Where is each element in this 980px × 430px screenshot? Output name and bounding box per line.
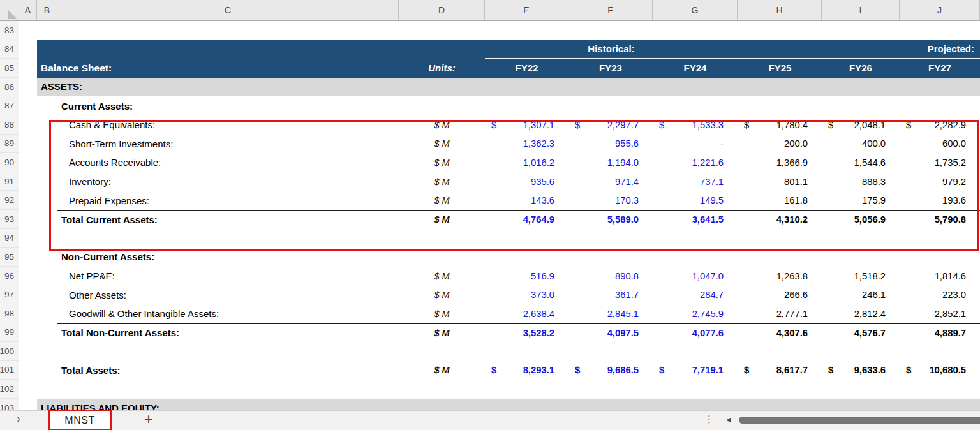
cell-A101-B101[interactable] [19, 361, 57, 380]
cell-F98-value[interactable]: 2,845.1 [568, 304, 653, 323]
row-header-99[interactable]: 99 [0, 323, 19, 343]
cell-G98-value[interactable]: 2,745.9 [653, 304, 738, 323]
cell-H101-value[interactable]: $8,617.7 [738, 361, 822, 380]
cell-D101-units[interactable]: $ M [399, 361, 485, 380]
year-header-FY26[interactable]: FY26 [822, 59, 900, 78]
column-header-F[interactable]: F [568, 0, 653, 20]
cell-D89-units[interactable]: $ M [399, 135, 485, 154]
cell-H88-value[interactable]: $1,780.4 [738, 115, 822, 135]
cell-I92-value[interactable]: 175.9 [822, 191, 900, 210]
scroll-left-arrow-icon[interactable]: ◀ [726, 416, 731, 423]
cell-A95-B95[interactable] [19, 248, 57, 267]
cell-A89-B89[interactable] [19, 135, 57, 154]
row-header-87[interactable]: 87 [0, 96, 19, 115]
cell-A88-B88[interactable] [19, 115, 57, 135]
cell-A83-J83[interactable] [19, 21, 980, 40]
row-header-103[interactable]: 103 [0, 399, 19, 410]
row-header-100[interactable]: 100 [0, 342, 19, 361]
row-header-90[interactable]: 90 [0, 153, 19, 172]
more-options-icon[interactable]: ⋮ [704, 413, 714, 425]
add-sheet-icon[interactable]: + [144, 410, 153, 428]
cell-E92-value[interactable]: 143.6 [485, 191, 568, 210]
cell-E90-value[interactable]: 1,016.2 [485, 153, 568, 172]
cell-C90-label[interactable]: Accounts Receivable: [57, 153, 399, 172]
row-header-86[interactable]: 86 [0, 78, 19, 97]
cell-I90-value[interactable]: 1,544.6 [822, 153, 900, 172]
cell-H89-value[interactable]: 200.0 [738, 135, 822, 154]
cell-D90-units[interactable]: $ M [399, 153, 485, 172]
cell-D92-units[interactable]: $ M [399, 191, 485, 210]
column-header-B[interactable]: B [37, 0, 57, 20]
cell-C92-label[interactable]: Prepaid Expenses: [57, 191, 399, 210]
cell-F91-value[interactable]: 971.4 [568, 172, 653, 191]
row-header-101[interactable]: 101 [0, 361, 19, 380]
cell-F101-value[interactable]: $9,686.5 [568, 361, 653, 380]
units-header[interactable]: Units: [399, 59, 485, 78]
cell-C99-label[interactable]: Total Non-Current Assets: [57, 323, 399, 343]
year-header-FY24[interactable]: FY24 [653, 59, 738, 78]
row-header-83[interactable]: 83 [0, 21, 19, 40]
cell-I96-value[interactable]: 1,518.2 [822, 267, 900, 286]
cell-G91-value[interactable]: 737.1 [653, 172, 738, 191]
cell-I97-value[interactable]: 246.1 [822, 285, 900, 304]
cell-J93-value[interactable]: 5,790.8 [900, 210, 980, 229]
cell-A98-B98[interactable] [19, 304, 57, 323]
cell-C87-label[interactable]: Current Assets: [57, 96, 980, 115]
cell-F97-value[interactable]: 361.7 [568, 285, 653, 304]
cell-F89-value[interactable]: 955.6 [568, 135, 653, 154]
cell-A94-J94[interactable] [19, 229, 980, 248]
cell-J92-value[interactable]: 193.6 [900, 191, 980, 210]
cell-A84[interactable] [19, 40, 37, 59]
year-header-FY27[interactable]: FY27 [900, 59, 980, 78]
cell-D97-units[interactable]: $ M [399, 285, 485, 304]
column-header-I[interactable]: I [822, 0, 900, 20]
cell-C89-label[interactable]: Short-Term Investments: [57, 135, 399, 154]
cell-J101-value[interactable]: $10,680.5 [900, 361, 980, 380]
cell-J91-value[interactable]: 979.2 [900, 172, 980, 191]
cell-A103[interactable] [19, 399, 37, 410]
cell-H98-value[interactable]: 2,777.1 [738, 304, 822, 323]
cell-E96-value[interactable]: 516.9 [485, 267, 568, 286]
cell-A97-B97[interactable] [19, 285, 57, 304]
row-header-92[interactable]: 92 [0, 191, 19, 210]
column-header-E[interactable]: E [485, 0, 568, 20]
cell-E89-value[interactable]: 1,362.3 [485, 135, 568, 154]
cell-H90-value[interactable]: 1,366.9 [738, 153, 822, 172]
cell-D88-units[interactable]: $ M [399, 115, 485, 135]
cell-D93-units[interactable]: $ M [399, 210, 485, 229]
cell-E101-value[interactable]: $8,293.1 [485, 361, 568, 380]
cell-G99-value[interactable]: 4,077.6 [653, 323, 738, 343]
projected-header[interactable]: Projected: [738, 40, 980, 59]
cell-I91-value[interactable]: 888.3 [822, 172, 900, 191]
cell-A100-J100[interactable] [19, 342, 980, 361]
cell-C93-label[interactable]: Total Current Assets: [57, 210, 399, 229]
cell-C96-label[interactable]: Net PP&E: [57, 267, 399, 286]
cell-G96-value[interactable]: 1,047.0 [653, 267, 738, 286]
row-header-102[interactable]: 102 [0, 380, 19, 399]
historical-header[interactable]: Historical: [485, 40, 738, 59]
select-all-corner[interactable] [0, 0, 19, 20]
cell-J97-value[interactable]: 223.0 [900, 285, 980, 304]
cell-H91-value[interactable]: 801.1 [738, 172, 822, 191]
cell-C97-label[interactable]: Other Assets: [57, 285, 399, 304]
column-header-D[interactable]: D [399, 0, 485, 20]
row-header-89[interactable]: 89 [0, 135, 19, 154]
column-header-C[interactable]: C [57, 0, 399, 20]
cell-H97-value[interactable]: 266.6 [738, 285, 822, 304]
cell-J89-value[interactable]: 600.0 [900, 135, 980, 154]
cell-F96-value[interactable]: 890.8 [568, 267, 653, 286]
year-header-FY23[interactable]: FY23 [568, 59, 653, 78]
section-band-86[interactable]: ASSETS: [37, 78, 980, 97]
cell-E97-value[interactable]: 373.0 [485, 285, 568, 304]
cell-H99-value[interactable]: 4,307.6 [738, 323, 822, 343]
cell-A96-B96[interactable] [19, 267, 57, 286]
cell-I99-value[interactable]: 4,576.7 [822, 323, 900, 343]
cell-I89-value[interactable]: 400.0 [822, 135, 900, 154]
cell-A86[interactable] [19, 78, 37, 97]
cell-J98-value[interactable]: 2,852.1 [900, 304, 980, 323]
cell-H92-value[interactable]: 161.8 [738, 191, 822, 210]
cell-G90-value[interactable]: 1,221.6 [653, 153, 738, 172]
year-header-FY22[interactable]: FY22 [485, 59, 568, 78]
cell-A87-B87[interactable] [19, 96, 57, 115]
row-header-96[interactable]: 96 [0, 267, 19, 286]
